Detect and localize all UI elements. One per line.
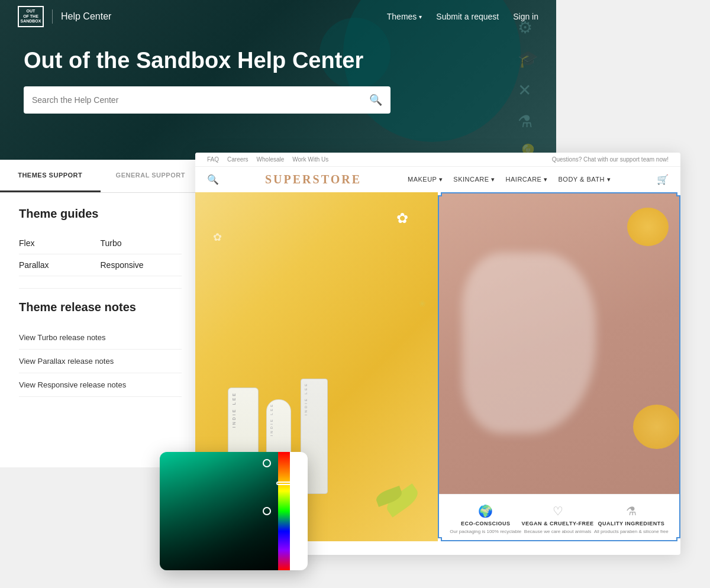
quality-label: QUALITY INGREDIENTS	[598, 521, 664, 526]
release-link-parallax[interactable]: View Parallax release notes	[19, 350, 182, 373]
color-thumb-mid[interactable]	[263, 507, 271, 515]
ss-navbar: 🔍 SUPERSTORE MAKEUP ▾ SKINCARE ▾ HAIRCAR…	[195, 167, 680, 192]
themes-label: Themes	[387, 12, 417, 21]
nav-signin-link[interactable]: Sign in	[513, 12, 538, 21]
ss-nav-skincare[interactable]: SKINCARE ▾	[453, 176, 495, 183]
ss-nav-haircare[interactable]: HAIRCARE ▾	[506, 176, 548, 183]
navbar-title: Help Center	[61, 11, 111, 22]
flower-deco-3: ❀	[419, 299, 426, 308]
color-hue-slider[interactable]	[278, 452, 290, 570]
ss-nav-links: MAKEUP ▾ SKINCARE ▾ HAIRCARE ▾ BODY & BA…	[408, 176, 611, 183]
navbar-right: Themes ▾ Submit a request Sign in	[387, 12, 538, 21]
color-gradient-area[interactable]	[160, 452, 278, 570]
face-skin	[438, 192, 680, 494]
ss-support-text: Questions? Chat with our support team no…	[552, 156, 669, 163]
ss-logo: SUPERSTORE	[265, 173, 362, 186]
navbar-divider	[52, 9, 53, 24]
tab-general-support[interactable]: General Support	[101, 160, 201, 192]
feature-eco: 🌍 ECO-CONSCIOUS Our packaging is 100% re…	[450, 504, 521, 532]
color-thumb-top[interactable]	[263, 459, 271, 467]
release-link-responsive[interactable]: View Responsive release notes	[19, 373, 182, 397]
ss-nav-makeup[interactable]: MAKEUP ▾	[408, 176, 443, 183]
face-mask	[462, 253, 596, 434]
left-panel: Themes Support General Support Theme gui…	[0, 160, 201, 467]
ss-link-work[interactable]: Work With Us	[292, 156, 328, 163]
eco-icon: 🌍	[478, 504, 493, 518]
release-notes-heading: Theme release notes	[19, 301, 182, 314]
color-picker[interactable]	[160, 452, 308, 570]
search-button[interactable]: 🔍	[369, 93, 382, 106]
panel-content: Theme guides Flex Turbo Parallax Respons…	[0, 193, 201, 411]
feature-quality: ⚗ QUALITY INGREDIENTS All products parab…	[594, 504, 669, 532]
logo-text: OUTOF THESANDBOX	[20, 9, 41, 24]
ss-link-careers[interactable]: Careers	[227, 156, 248, 163]
navbar: OUTOF THESANDBOX Help Center Themes ▾ Su…	[0, 0, 556, 33]
tabs: Themes Support General Support	[0, 160, 201, 193]
theme-guides-heading: Theme guides	[19, 207, 182, 221]
section-divider	[19, 288, 182, 289]
themes-support-label: Themes Support	[18, 172, 82, 179]
slider-thumb[interactable]	[276, 482, 292, 485]
flower-deco-1: ✿	[396, 210, 408, 227]
vegan-label: VEGAN & CRUELTY-FREE	[522, 521, 594, 526]
release-link-turbo[interactable]: View Turbo release notes	[19, 326, 182, 350]
general-support-label: General Support	[116, 172, 185, 179]
ss-nav-bodybath[interactable]: BODY & BATH ▾	[559, 176, 611, 183]
quality-icon: ⚗	[626, 504, 637, 518]
eco-desc: Our packaging is 100% recyclable	[450, 529, 521, 534]
search-input[interactable]	[32, 95, 363, 105]
bottle-1-label: INDIE LEE	[228, 388, 240, 431]
theme-link-flex[interactable]: Flex	[19, 232, 101, 254]
bottle-2-label: INDIE LEE	[267, 400, 276, 439]
ss-link-wholesale[interactable]: Wholesale	[257, 156, 285, 163]
ss-face-image: 🌍 ECO-CONSCIOUS Our packaging is 100% re…	[438, 192, 680, 541]
feature-vegan: ♡ VEGAN & CRUELTY-FREE Because we care a…	[522, 504, 594, 532]
sponge-top	[627, 208, 669, 246]
ss-link-faq[interactable]: FAQ	[207, 156, 219, 163]
flower-deco-2: ✿	[213, 231, 222, 244]
nav-submit-link[interactable]: Submit a request	[436, 12, 499, 21]
chevron-down-icon: ▾	[419, 14, 422, 20]
color-gradient-overlay	[160, 452, 278, 570]
ss-topbar-links: FAQ Careers Wholesale Work With Us	[207, 156, 328, 163]
logo-box: OUTOF THESANDBOX	[18, 6, 44, 27]
bottle-3-label: INDIE LEE	[301, 379, 311, 418]
hero-title: Out of the Sandbox Help Center	[24, 47, 390, 75]
quality-desc: All products paraben & silicone free	[594, 529, 669, 534]
vegan-icon: ♡	[553, 504, 563, 518]
theme-link-parallax[interactable]: Parallax	[19, 254, 101, 276]
search-bar: 🔍	[24, 86, 390, 114]
hero-section: Out of the Sandbox Help Center 🔍	[24, 47, 390, 114]
theme-grid: Flex Turbo Parallax Responsive	[19, 232, 182, 276]
nav-themes-link[interactable]: Themes ▾	[387, 12, 422, 21]
ss-search-icon: 🔍	[207, 174, 219, 185]
theme-link-turbo[interactable]: Turbo	[101, 232, 182, 254]
ss-topbar: FAQ Careers Wholesale Work With Us Quest…	[195, 153, 680, 167]
ss-cart-icon: 🛒	[657, 174, 669, 185]
eco-label: ECO-CONSCIOUS	[461, 521, 511, 526]
theme-link-responsive[interactable]: Responsive	[101, 254, 182, 276]
navbar-left: OUTOF THESANDBOX Help Center	[18, 6, 111, 27]
vegan-desc: Because we care about animals	[524, 529, 591, 534]
ss-features: 🌍 ECO-CONSCIOUS Our packaging is 100% re…	[438, 494, 680, 541]
sponge-bottom	[633, 405, 680, 449]
tab-themes-support[interactable]: Themes Support	[0, 160, 101, 192]
